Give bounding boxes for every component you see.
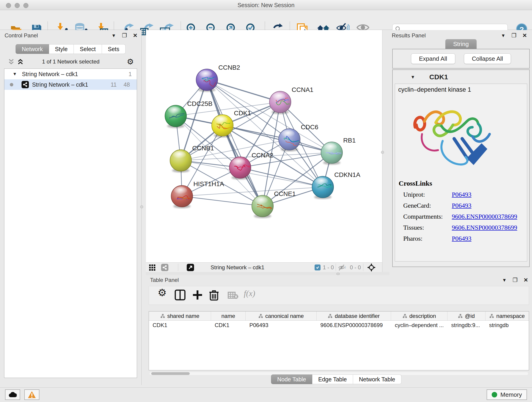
crosslink-label: Uniprot:: [403, 191, 452, 198]
network-current-indicator: [10, 83, 13, 86]
network-node-hist1h1a[interactable]: HIST1H1A: [171, 180, 224, 208]
crosslink-label: Tissues:: [403, 224, 452, 231]
gene-symbol: CDK1: [429, 73, 448, 81]
hidden-eye-slash-icon[interactable]: [338, 264, 347, 271]
expand-all-networks-icon[interactable]: [8, 59, 15, 65]
tab-network[interactable]: Network: [16, 44, 49, 54]
column-header-name[interactable]: name: [211, 312, 246, 320]
float-panel-icon[interactable]: ❐: [511, 32, 516, 39]
open-in-window-icon[interactable]: [187, 264, 194, 271]
cell-id[interactable]: stringdb:9...: [447, 321, 485, 330]
cloud-icon: [8, 392, 17, 398]
crosslink-compartments-link[interactable]: 9606.ENSP00000378699: [452, 213, 517, 220]
column-header-namespace[interactable]: namespace: [486, 312, 529, 320]
scrollbar-thumb[interactable]: [151, 372, 190, 375]
selected-checkbox-icon[interactable]: [315, 264, 321, 270]
table-panel: Table Panel ▼ ❐ ✕ ⚙ f(x) shared name nam…: [146, 275, 532, 385]
cell-namespace[interactable]: stringdb: [486, 321, 529, 330]
expand-all-button[interactable]: Expand All: [411, 53, 455, 64]
column-header-description[interactable]: description: [391, 312, 447, 320]
table-toolbar: ⚙ f(x): [149, 286, 529, 305]
collapse-panel-icon[interactable]: ▼: [112, 33, 116, 38]
network-collection-row[interactable]: ▼ String Network – cdk1 1: [4, 69, 137, 79]
cell-shared-name[interactable]: CDK1: [149, 321, 211, 330]
collapse-all-button[interactable]: Collapse All: [464, 53, 511, 64]
tab-sets[interactable]: Sets: [102, 44, 126, 54]
close-panel-icon[interactable]: ✕: [133, 32, 138, 39]
close-window-button[interactable]: [6, 3, 11, 8]
splitter-handle[interactable]: [336, 273, 340, 275]
title-bar: Session: New Session: [0, 0, 532, 10]
protein-structure-image: [408, 100, 500, 175]
crosslink-label: Pharos:: [403, 235, 452, 242]
right-splitter-handle[interactable]: [381, 151, 384, 154]
column-header-database-identifier[interactable]: database identifier: [317, 312, 391, 320]
table-panel-title: Table Panel: [150, 277, 179, 283]
close-panel-icon[interactable]: ✕: [522, 32, 527, 39]
delete-icon[interactable]: [209, 289, 219, 301]
crosslinks-section: CrossLinks Uniprot:P06493 GeneCard:P0649…: [395, 176, 527, 242]
column-header-shared-name[interactable]: shared name: [149, 312, 211, 320]
pan-crosshair-icon[interactable]: [367, 263, 375, 272]
window-title: Session: New Session: [0, 0, 532, 10]
table-row[interactable]: CDK1 CDK1 P06493 9606.ENSP00000378699 cy…: [149, 321, 529, 330]
network-node-cdk1[interactable]: CDK1: [212, 109, 251, 138]
table-tabs: Node Table Edge Table Network Table: [271, 375, 401, 384]
cell-description[interactable]: cyclin–dependent ...: [391, 321, 447, 330]
float-panel-icon[interactable]: ❐: [513, 277, 518, 283]
memory-button[interactable]: Memory: [487, 389, 527, 400]
cloud-status-button[interactable]: [5, 389, 20, 400]
network-graph[interactable]: CCNB2CCNA1CDC25BCDK1CDC6RB1CCNB1CCNA2CDK…: [146, 30, 382, 262]
collapse-all-networks-icon[interactable]: [17, 59, 24, 65]
cell-name[interactable]: CDK1: [211, 321, 246, 330]
crosslinks-heading: CrossLinks: [399, 179, 527, 187]
collapse-panel-icon[interactable]: ▼: [501, 33, 506, 38]
gene-collapse-icon[interactable]: ▼: [411, 75, 415, 80]
table-options-gear-icon[interactable]: ⚙: [158, 287, 167, 298]
tab-network-table[interactable]: Network Table: [353, 375, 401, 384]
column-header-canonical-name[interactable]: canonical name: [246, 312, 317, 320]
tab-edge-table[interactable]: Edge Table: [312, 375, 353, 384]
crosslink-uniprot-link[interactable]: P06493: [452, 191, 472, 198]
network-row[interactable]: String Network – cdk1 11 48: [4, 79, 137, 90]
birdseye-grid-icon[interactable]: [149, 264, 156, 271]
network-options-gear-icon[interactable]: ⚙: [127, 57, 134, 66]
network-badge-icon: [161, 264, 168, 271]
node-label-ccnb2: CCNB2: [218, 64, 240, 71]
column-header-id[interactable]: @id: [447, 312, 485, 320]
add-icon[interactable]: [192, 289, 203, 300]
show-columns-icon[interactable]: [175, 289, 186, 300]
gene-description: cyclin–dependent kinase 1: [395, 84, 527, 93]
crosslink-pharos-link[interactable]: P06493: [452, 235, 472, 242]
network-node-ccna1[interactable]: CCNA1: [269, 86, 313, 114]
control-panel: Control Panel ▼ ❐ ✕ Network Style Select…: [0, 30, 142, 385]
float-panel-icon[interactable]: ❐: [122, 32, 127, 39]
crosslink-label: GeneCard:: [403, 202, 452, 209]
memory-label: Memory: [500, 391, 522, 398]
network-canvas[interactable]: CCNB2CCNA1CDC25BCDK1CDC6RB1CCNB1CCNA2CDK…: [146, 30, 382, 262]
hidden-node-edge-counts: 0 - 0: [350, 264, 361, 271]
network-node-ccne1[interactable]: CCNE1: [252, 190, 296, 218]
cell-database-identifier[interactable]: 9606.ENSP00000378699: [317, 321, 391, 330]
tab-select[interactable]: Select: [74, 44, 102, 54]
tab-style[interactable]: Style: [49, 44, 74, 54]
tab-string[interactable]: String: [445, 39, 476, 49]
zoom-window-button[interactable]: [23, 3, 28, 8]
network-node-cdc6[interactable]: CDC6: [279, 123, 318, 152]
left-splitter-handle[interactable]: [140, 205, 143, 208]
network-node-ccnb1[interactable]: CCNB1: [170, 145, 214, 172]
network-node-cdkn1a[interactable]: CDKN1A: [312, 171, 360, 199]
crosslink-tissues-link[interactable]: 9606.ENSP00000378699: [452, 224, 517, 231]
minimize-window-button[interactable]: [15, 3, 20, 8]
node-table[interactable]: shared name name canonical name database…: [149, 311, 529, 370]
collection-expand-icon[interactable]: ▼: [13, 71, 17, 77]
warnings-button[interactable]: [24, 389, 39, 400]
close-panel-icon[interactable]: ✕: [524, 277, 528, 283]
collapse-panel-icon[interactable]: ▼: [502, 278, 507, 283]
network-view-title: String Network – cdk1: [210, 264, 264, 271]
toolbar-divider: [336, 264, 336, 271]
tab-node-table[interactable]: Node Table: [271, 375, 312, 384]
crosslink-genecard-link[interactable]: P06493: [452, 202, 472, 209]
cell-canonical-name[interactable]: P06493: [246, 321, 317, 330]
network-node-rb1[interactable]: RB1: [321, 137, 355, 165]
